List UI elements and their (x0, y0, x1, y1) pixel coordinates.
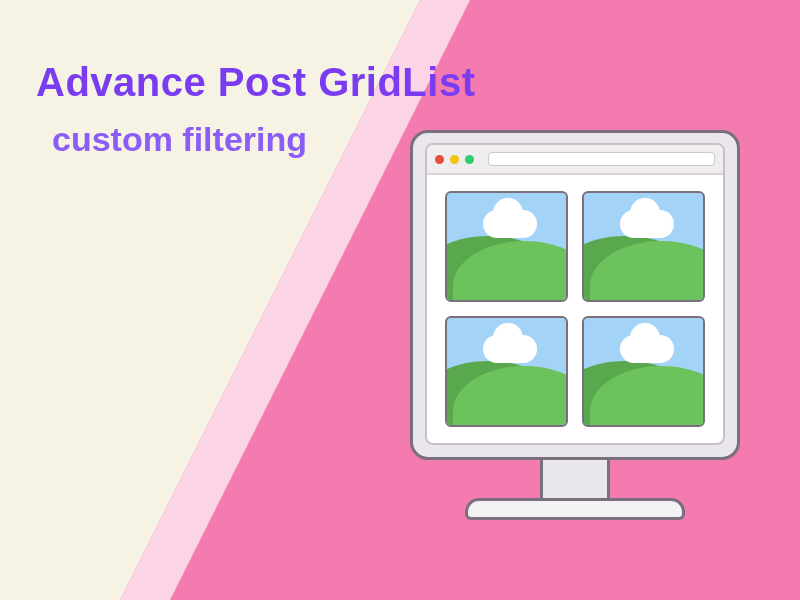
cloud-icon (620, 210, 675, 238)
thumbnail (582, 191, 705, 302)
close-icon (435, 155, 444, 164)
maximize-icon (465, 155, 474, 164)
monitor-base (465, 498, 685, 520)
cloud-icon (483, 335, 538, 363)
banner-title: Advance Post GridList (36, 60, 475, 105)
browser-window (425, 143, 725, 445)
thumbnail (445, 316, 568, 427)
monitor-illustration (410, 130, 740, 520)
cloud-icon (483, 210, 538, 238)
url-bar (488, 152, 715, 166)
thumbnail (582, 316, 705, 427)
thumbnail (445, 191, 568, 302)
browser-titlebar (427, 145, 723, 175)
monitor-neck (540, 458, 610, 498)
monitor-frame (410, 130, 740, 460)
cloud-icon (620, 335, 675, 363)
banner-subtitle: custom filtering (52, 120, 307, 159)
minimize-icon (450, 155, 459, 164)
promo-banner: Advance Post GridList custom filtering (0, 0, 800, 600)
thumbnail-grid (427, 175, 723, 443)
